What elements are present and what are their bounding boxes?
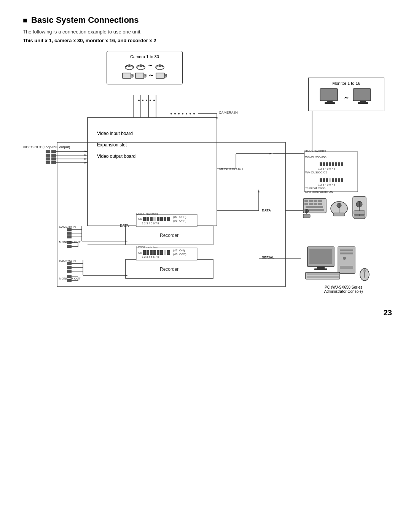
svg-rect-113 — [341, 178, 343, 182]
svg-rect-155 — [333, 213, 345, 216]
svg-point-10 — [170, 113, 172, 114]
svg-rect-149 — [303, 214, 310, 218]
svg-rect-139 — [304, 200, 308, 202]
svg-rect-21 — [46, 154, 50, 157]
svg-rect-104 — [338, 162, 340, 166]
control-devices — [303, 195, 384, 221]
svg-rect-49 — [136, 214, 197, 227]
svg-rect-59 — [136, 248, 197, 260]
svg-rect-108 — [326, 178, 328, 182]
svg-point-11 — [174, 113, 176, 114]
svg-marker-47 — [258, 189, 260, 192]
svg-rect-164 — [314, 268, 327, 270]
svg-rect-25 — [51, 154, 56, 157]
wv-cu360-label: WV-CU360C/CJ — [305, 171, 327, 174]
terminal-mode-label: Terminal mode. — [305, 186, 326, 190]
svg-rect-51 — [147, 217, 149, 221]
title-text: Basic System Connections — [31, 15, 139, 25]
svg-rect-87 — [67, 245, 72, 248]
svg-point-15 — [190, 113, 191, 114]
svg-point-175 — [363, 269, 366, 272]
svg-rect-60 — [143, 250, 146, 255]
monitor-box-title: Monitor 1 to 16 — [312, 81, 381, 86]
camera-box: Camera 1 to 30 ～ ～ — [107, 51, 183, 84]
svg-rect-142 — [318, 200, 322, 202]
svg-rect-136 — [360, 101, 366, 102]
on-label-1: ON — [138, 218, 142, 220]
wv-cu950-label: WV-CU950/650 — [305, 156, 327, 159]
monitor-icons: ～ — [312, 88, 381, 108]
page-content: Basic System Connections The following i… — [0, 0, 411, 325]
num-label-right-2: 1 2 3 4 5 6 7 8 — [318, 183, 335, 186]
svg-marker-76 — [125, 240, 128, 242]
svg-rect-52 — [150, 217, 153, 221]
video-out-label: VIDEO OUT (Loop-thru output) — [23, 145, 70, 149]
svg-rect-66 — [164, 250, 166, 255]
svg-rect-147 — [306, 206, 323, 208]
svg-rect-67 — [167, 250, 170, 255]
svg-rect-20 — [46, 150, 50, 153]
svg-rect-23 — [46, 161, 50, 164]
svg-rect-159 — [354, 211, 365, 214]
diagram-container: Camera 1 to 30 ～ ～ Monitor 1 to 16 — [23, 51, 388, 310]
svg-rect-102 — [332, 162, 334, 166]
svg-point-5 — [142, 100, 143, 101]
recorder-2-label: Recorder — [160, 267, 178, 272]
svg-rect-79 — [67, 270, 72, 273]
tilde-2: ～ — [148, 71, 154, 79]
svg-rect-134 — [325, 102, 335, 104]
svg-rect-62 — [150, 250, 153, 255]
svg-rect-107 — [323, 178, 325, 182]
pc-label: PC (WJ-SX650 SeriesAdministrator Console… — [303, 285, 384, 294]
svg-rect-169 — [340, 266, 353, 269]
svg-point-7 — [150, 100, 151, 101]
svg-marker-32 — [84, 151, 88, 152]
svg-rect-126 — [135, 73, 144, 78]
camera-box-title: Camera 1 to 30 — [110, 54, 179, 59]
tilde-1: ～ — [147, 62, 153, 70]
svg-marker-85 — [125, 275, 128, 276]
monitor-out-bot-label: MONITOR OUT — [59, 277, 81, 280]
svg-rect-24 — [51, 150, 56, 153]
svg-point-13 — [182, 113, 183, 114]
svg-rect-70 — [67, 235, 72, 238]
svg-point-131 — [165, 75, 167, 76]
svg-point-12 — [178, 113, 180, 114]
svg-marker-35 — [84, 162, 88, 164]
svg-rect-65 — [160, 250, 163, 255]
off-8-1-label: (#8: OFF) — [173, 219, 186, 222]
monitor-out-label: MONITOR OUT — [219, 167, 244, 171]
svg-point-14 — [186, 113, 187, 114]
on-label-2: ON — [138, 251, 142, 254]
svg-rect-133 — [327, 101, 333, 102]
num-label-1: 1 2 3 4 5 6 7 8 — [142, 222, 159, 225]
on-7-label: (#7: ON) — [173, 249, 185, 252]
svg-rect-140 — [309, 200, 313, 202]
svg-point-4 — [138, 100, 140, 101]
page-number: 23 — [384, 308, 392, 317]
svg-rect-144 — [309, 203, 313, 205]
svg-rect-111 — [335, 178, 337, 182]
svg-rect-129 — [156, 73, 164, 78]
monitor-out-mid-label: MONITOR OUT — [59, 240, 81, 244]
svg-rect-106 — [320, 178, 322, 182]
svg-rect-26 — [51, 157, 56, 160]
subtitle-bold: This unit x 1, camera x 30, monitor x 16… — [23, 38, 388, 43]
svg-rect-57 — [167, 217, 170, 221]
svg-marker-33 — [84, 154, 88, 156]
mode-switches-right-label: MODE switches — [304, 149, 326, 152]
svg-rect-162 — [309, 249, 332, 264]
svg-rect-69 — [67, 232, 72, 235]
svg-rect-163 — [317, 267, 325, 268]
camera-in-top-label: CAMERA IN — [219, 111, 238, 114]
subtitle: The following is a connection example to… — [23, 29, 388, 35]
svg-rect-141 — [314, 200, 317, 202]
svg-rect-172 — [307, 276, 339, 278]
svg-rect-27 — [51, 161, 56, 164]
svg-rect-170 — [306, 272, 340, 279]
svg-rect-105 — [341, 162, 343, 166]
svg-point-6 — [146, 100, 147, 101]
svg-rect-54 — [157, 217, 159, 221]
svg-rect-64 — [157, 250, 159, 255]
mode-switches-label-2: MODE switches — [136, 246, 158, 249]
